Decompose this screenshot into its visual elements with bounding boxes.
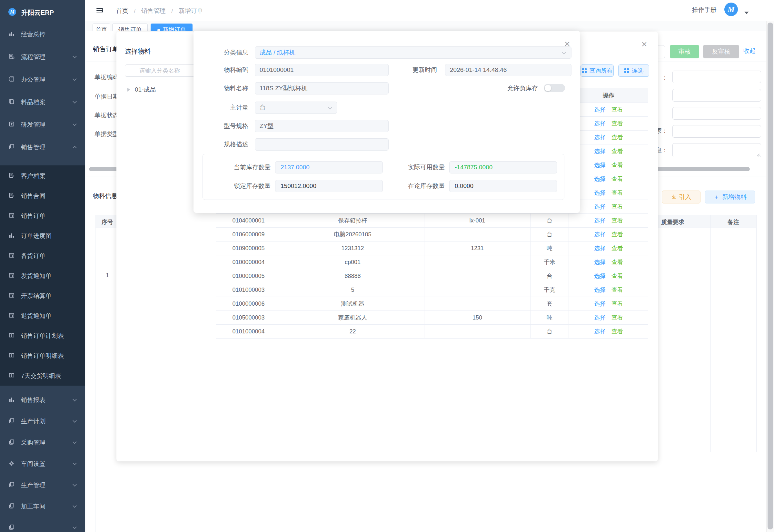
view-link[interactable]: 查看 <box>611 190 623 196</box>
sidebar-item-经营总控[interactable]: 经营总控 <box>0 27 85 41</box>
view-link[interactable]: 查看 <box>611 314 623 321</box>
view-link[interactable]: 查看 <box>611 300 623 307</box>
tree-caret-icon[interactable] <box>127 88 130 92</box>
view-link[interactable]: 查看 <box>611 245 623 251</box>
sidebar-item-加工车间[interactable]: 加工车间 <box>0 499 85 513</box>
view-link[interactable]: 查看 <box>611 148 623 154</box>
select-link[interactable]: 选择 <box>594 259 606 265</box>
avatar[interactable]: M <box>724 3 738 16</box>
sidebar-item-销售订单计划表[interactable]: 销售订单计划表 <box>0 328 85 342</box>
select-link[interactable]: 选择 <box>594 190 606 196</box>
material-unit-cell: 台 <box>531 228 569 241</box>
sidebar-item-销售报表[interactable]: 销售报表 <box>0 392 85 407</box>
remark-textarea[interactable] <box>672 143 761 157</box>
main-unit-select[interactable]: 台 <box>255 102 337 114</box>
import-button[interactable]: 引入 <box>662 191 700 203</box>
sidebar-item-订单进度图[interactable]: 订单进度图 <box>0 228 85 242</box>
spec-desc-input[interactable] <box>255 138 389 151</box>
sidebar-item-采购管理[interactable]: 采购管理 <box>0 435 85 449</box>
customer-field-3[interactable] <box>672 107 761 120</box>
table-row: 0100000004cp001千米选择查看 <box>216 255 649 269</box>
sidebar-item-备货订单[interactable]: 备货订单 <box>0 248 85 262</box>
view-link[interactable]: 查看 <box>611 259 623 265</box>
view-link[interactable]: 查看 <box>611 134 623 141</box>
view-link[interactable]: 查看 <box>611 287 623 293</box>
collapse-link[interactable]: 收起 <box>743 47 756 55</box>
breadcrumb-home[interactable]: 首页 <box>116 7 128 14</box>
allow-negative-stock-toggle[interactable] <box>544 84 565 92</box>
customer-field-4[interactable] <box>672 125 761 138</box>
sidebar-item-车间设置[interactable]: 车间设置 <box>0 456 85 470</box>
form-label-doc-date: 单据日期 <box>94 93 119 101</box>
manual-link[interactable]: 操作手册 <box>692 6 717 14</box>
select-link[interactable]: 选择 <box>594 120 606 127</box>
view-link[interactable]: 查看 <box>611 176 623 182</box>
select-link[interactable]: 选择 <box>594 162 606 168</box>
material-code-input[interactable]: 0101000001 <box>255 64 389 76</box>
sidebar-item-销售订单[interactable]: 销售订单 <box>0 208 85 222</box>
view-link[interactable]: 查看 <box>611 106 623 113</box>
sidebar-item-销售管理[interactable]: 销售管理 <box>0 140 85 154</box>
unaudit-button[interactable]: 反审核 <box>703 45 739 58</box>
sidebar-item-partial[interactable] <box>0 520 85 532</box>
view-link[interactable]: 查看 <box>611 273 623 279</box>
view-link[interactable]: 查看 <box>611 162 623 168</box>
select-link[interactable]: 选择 <box>594 314 606 321</box>
view-link[interactable]: 查看 <box>611 120 623 127</box>
vertical-scrollbar-thumb[interactable] <box>768 23 773 529</box>
sidebar-item-label: 退货通知单 <box>21 312 52 320</box>
multi-select-button[interactable]: 连选 <box>618 64 649 77</box>
sidebar-item-生产管理[interactable]: 生产管理 <box>0 478 85 492</box>
view-link[interactable]: 查看 <box>611 231 623 238</box>
breadcrumb-sales[interactable]: 销售管理 <box>141 7 166 14</box>
sidebar-item-退货通知单[interactable]: 退货通知单 <box>0 308 85 322</box>
select-link[interactable]: 选择 <box>594 217 606 224</box>
menu-collapse-icon[interactable] <box>96 7 103 14</box>
sidebar-item-办公管理[interactable]: 办公管理 <box>0 72 85 86</box>
material-spec-cell <box>424 269 531 283</box>
sidebar-item-流程管理[interactable]: 流程管理 <box>0 49 85 64</box>
bar-chart-icon <box>8 31 15 37</box>
customer-field-2[interactable] <box>672 89 761 102</box>
current-stock-label: 当前库存数量 <box>209 161 271 173</box>
sidebar-item-研发管理[interactable]: 研发管理 <box>0 117 85 131</box>
customer-field-1[interactable] <box>672 71 761 83</box>
sidebar-item-客户档案[interactable]: 客户档案 <box>0 168 85 182</box>
query-all-label: 查询所有 <box>590 67 613 74</box>
sidebar-item-开票结算单[interactable]: 开票结算单 <box>0 288 85 302</box>
query-all-button[interactable]: 查询所有 <box>581 64 614 77</box>
pages-icon <box>8 503 15 509</box>
select-link[interactable]: 选择 <box>594 203 606 210</box>
modal-close-icon[interactable]: × <box>641 39 647 49</box>
select-link[interactable]: 选择 <box>594 134 606 141</box>
sidebar-item-发货通知单[interactable]: 发货通知单 <box>0 268 85 282</box>
select-link[interactable]: 选择 <box>594 176 606 182</box>
audit-button[interactable]: 审核 <box>670 45 699 58</box>
select-link[interactable]: 选择 <box>594 287 606 293</box>
select-link[interactable]: 选择 <box>594 106 606 113</box>
view-link[interactable]: 查看 <box>611 217 623 224</box>
sidebar-item-生产计划[interactable]: 生产计划 <box>0 414 85 428</box>
main-unit-label: 主计量 <box>193 102 248 114</box>
avatar-caret-icon[interactable] <box>744 12 749 14</box>
material-name-input[interactable]: 118S ZY型纸杯机 <box>255 82 389 94</box>
add-material-button[interactable]: ＋新增物料 <box>705 191 755 203</box>
select-link[interactable]: 选择 <box>594 245 606 251</box>
spec-desc-label: 规格描述 <box>193 138 248 151</box>
sidebar-item-销售订单明细表[interactable]: 销售订单明细表 <box>0 348 85 362</box>
select-link[interactable]: 选择 <box>594 328 606 335</box>
view-link[interactable]: 查看 <box>611 328 623 335</box>
sidebar-item-7天交货明细表[interactable]: 7天交货明细表 <box>0 368 85 382</box>
view-link[interactable]: 查看 <box>611 203 623 210</box>
updated-time-input[interactable]: 2026-01-14 14:48:46 <box>445 64 571 76</box>
select-link[interactable]: 选择 <box>594 300 606 307</box>
category-select[interactable]: 成品 / 纸杯机 <box>255 46 571 59</box>
resize-grip-icon[interactable] <box>756 152 760 156</box>
sidebar-item-料品档案[interactable]: 料品档案 <box>0 94 85 109</box>
select-link[interactable]: 选择 <box>594 273 606 279</box>
select-link[interactable]: 选择 <box>594 231 606 238</box>
material-spec-cell: 1231 <box>424 241 531 255</box>
select-link[interactable]: 选择 <box>594 148 606 154</box>
sidebar-item-销售合同[interactable]: 销售合同 <box>0 188 85 202</box>
model-input[interactable]: ZY型 <box>255 120 389 132</box>
